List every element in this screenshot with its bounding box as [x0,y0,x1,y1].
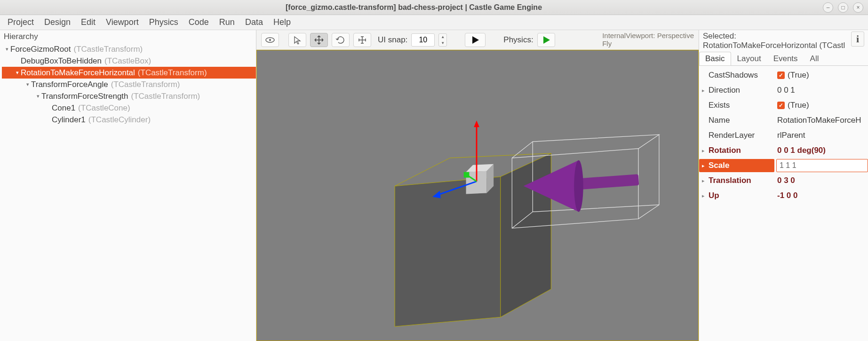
prop-up[interactable]: ▸ Up -1 0 0 [699,188,868,203]
tree-item-forcegizmoroot[interactable]: ▾ ForceGizmoRoot (TCastleTransform) [2,43,256,55]
menu-data[interactable]: Data [240,16,268,29]
tree-item-transformforcestrength[interactable]: ▾ TransformForceStrength (TCastleTransfo… [2,90,256,102]
ui-snap-label: UI snap: [378,35,407,45]
property-list: CastShadows ✓(True) ▸ Direction 0 0 1 Ex… [699,66,868,205]
inspector-panel: Selected: RotationToMakeForceHorizontal … [699,30,868,341]
physics-label: Physics: [503,35,533,45]
svg-marker-11 [474,120,479,127]
tree-item-rotationtomakeforcehorizontal[interactable]: ▾ RotationToMakeForceHorizontal (TCastle… [2,67,256,79]
hierarchy-panel: Hierarchy ▾ ForceGizmoRoot (TCastleTrans… [0,30,256,341]
tree-item-debugbox[interactable]: DebugBoxToBeHidden (TCastleBox) [2,55,256,67]
menu-physics[interactable]: Physics [144,16,183,29]
ui-snap-spinner[interactable]: ▲▼ [438,33,447,47]
viewport-info-line1: InternalViewport: Perspective [602,32,694,40]
tree-item-cylinder1[interactable]: Cylinder1 (TCastleCylinder) [2,114,256,126]
checkbox-icon[interactable]: ✓ [777,102,785,109]
tool-move[interactable] [310,33,328,47]
svg-point-19 [574,160,583,212]
menu-design[interactable]: Design [40,16,75,29]
inspector-tabs: Basic Layout Events All [699,52,868,66]
expand-icon[interactable]: ▾ [14,70,21,76]
viewport-toolbar: UI snap: ▲▼ Physics: InternalViewport: P… [256,30,699,50]
tool-rotate[interactable] [332,33,350,47]
tree-item-transformforceangle[interactable]: ▾ TransformForceAngle (TCastleTransform) [2,79,256,90]
window-buttons: – □ × [823,2,863,13]
checkbox-icon[interactable]: ✓ [777,71,785,79]
viewport-info: InternalViewport: Perspective Fly [602,32,694,48]
center-panel: UI snap: ▲▼ Physics: InternalViewport: P… [256,30,699,341]
expand-icon[interactable]: ▸ [699,178,708,184]
expand-icon[interactable]: ▸ [699,87,708,94]
expand-icon[interactable]: ▾ [24,81,31,87]
menubar: Project Design Edit Viewport Physics Cod… [0,15,868,30]
physics-play-button[interactable] [537,33,555,47]
prop-direction[interactable]: ▸ Direction 0 0 1 [699,83,868,98]
prop-castshadows[interactable]: CastShadows ✓(True) [699,68,868,83]
viewport-3d[interactable] [256,50,699,341]
expand-icon[interactable]: ▾ [4,46,10,52]
svg-point-1 [269,39,271,41]
menu-viewport[interactable]: Viewport [101,16,143,29]
expand-icon[interactable]: ▾ [35,93,41,99]
chevron-up-icon[interactable]: ▲ [439,34,446,40]
play-button[interactable] [465,33,486,47]
menu-code[interactable]: Code [184,16,214,29]
window-title: [force_gizmo.castle-transform] bad-chess… [5,3,823,12]
tab-basic[interactable]: Basic [699,52,731,65]
expand-icon[interactable]: ▸ [699,148,708,154]
tool-hand[interactable] [261,33,279,47]
tool-select[interactable] [288,33,306,47]
selection-label: Selected: [703,32,851,41]
tab-events[interactable]: Events [767,52,804,65]
titlebar: [force_gizmo.castle-transform] bad-chess… [0,0,868,15]
tool-scale[interactable] [353,33,371,47]
selection-value: RotationToMakeForceHorizontal (TCastl [703,41,851,50]
expand-icon[interactable]: ▸ [699,193,708,199]
maximize-button[interactable]: □ [838,2,848,13]
menu-help[interactable]: Help [269,16,295,29]
menu-run[interactable]: Run [215,16,239,29]
tab-layout[interactable]: Layout [731,52,767,65]
chevron-down-icon[interactable]: ▼ [439,40,446,46]
menu-edit[interactable]: Edit [76,16,100,29]
prop-name[interactable]: Name RotationToMakeForceH [699,113,868,128]
svg-marker-2 [395,177,501,326]
info-button[interactable]: i [851,32,864,47]
ui-snap-input[interactable] [411,33,435,47]
prop-scale[interactable]: ▸ Scale [699,158,868,173]
prop-exists[interactable]: Exists ✓(True) [699,98,868,113]
prop-renderlayer[interactable]: RenderLayer rlParent [699,128,868,143]
expand-icon[interactable]: ▸ [699,163,708,169]
selection-header: Selected: RotationToMakeForceHorizontal … [699,30,868,50]
menu-project[interactable]: Project [3,16,39,29]
prop-rotation[interactable]: ▸ Rotation 0 0 1 deg(90) [699,143,868,158]
minimize-button[interactable]: – [823,2,833,13]
tree-item-cone1[interactable]: Cone1 (TCastleCone) [2,102,256,114]
prop-translation[interactable]: ▸ Translation 0 3 0 [699,173,868,188]
hierarchy-tree: ▾ ForceGizmoRoot (TCastleTransform) Debu… [0,43,256,126]
scale-input[interactable] [776,159,868,172]
close-button[interactable]: × [853,2,863,13]
tab-all[interactable]: All [804,52,825,65]
hierarchy-header: Hierarchy [0,30,256,43]
viewport-info-line2: Fly [602,40,694,48]
